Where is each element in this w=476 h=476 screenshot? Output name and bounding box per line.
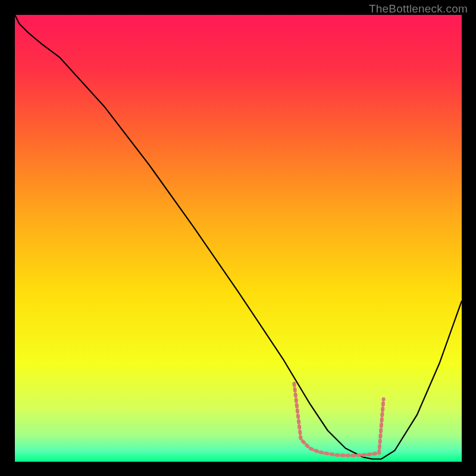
chart-svg	[15, 15, 462, 462]
attribution-text: TheBottleneck.com	[369, 2, 468, 15]
plot-frame	[15, 15, 462, 462]
